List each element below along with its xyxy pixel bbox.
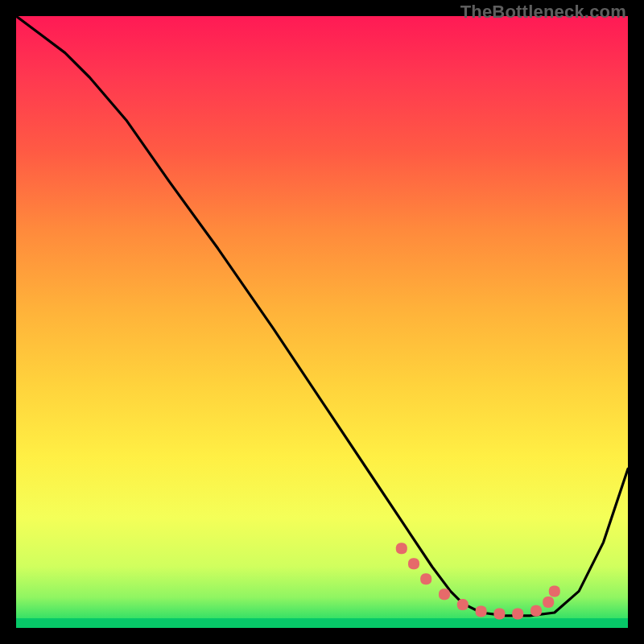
marker-dot	[396, 543, 407, 554]
marker-dot	[439, 588, 450, 600]
chart-stage: TheBottleneck.com	[0, 0, 644, 644]
marker-dot	[543, 597, 554, 608]
marker-dot	[530, 605, 542, 617]
plot-area	[16, 16, 628, 628]
marker-dot	[420, 573, 431, 584]
marker-dot	[512, 609, 523, 620]
marker-dot	[549, 585, 560, 597]
marker-dot	[457, 599, 469, 610]
bottom-band	[16, 618, 628, 628]
marker-dot	[493, 609, 505, 620]
chart-svg	[16, 16, 628, 628]
marker-dot	[408, 558, 419, 569]
watermark-text: TheBottleneck.com	[460, 2, 626, 23]
marker-dot	[476, 605, 487, 617]
gradient-background	[16, 16, 628, 628]
